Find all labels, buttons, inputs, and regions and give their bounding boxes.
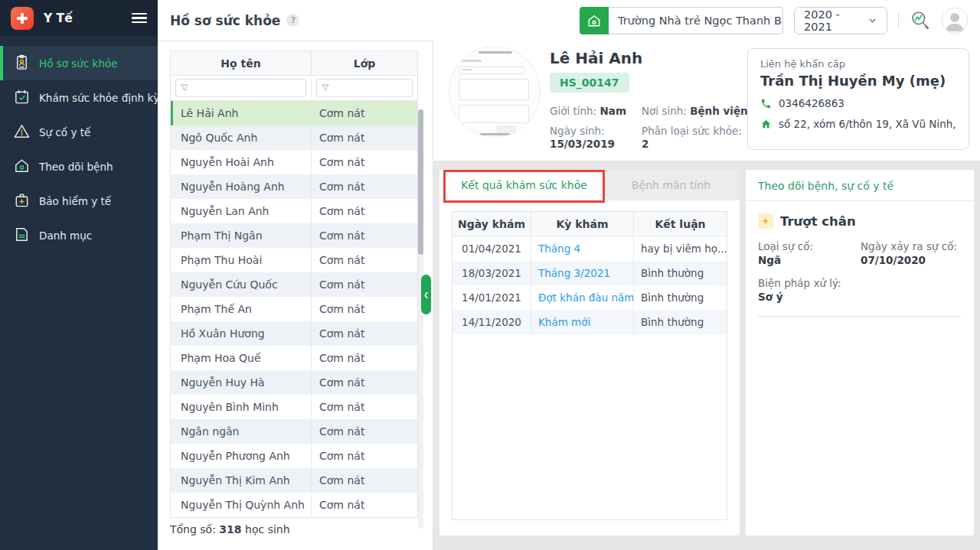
student-row[interactable]: Ngân ngân Cơm nát <box>171 419 417 444</box>
sidebar: Y Tế Hồ sơ sức khỏe <box>0 0 158 550</box>
address-home-icon <box>760 119 772 130</box>
exam-period-link[interactable]: Tháng 4 <box>531 236 634 261</box>
student-row[interactable]: Phạm Thị Ngân Cơm nát <box>171 223 417 248</box>
student-name-cell: Nguyễn Thị Quỳnh Anh <box>173 493 312 517</box>
contact-address-row: số 22, xóm 6/thôn 19, Xã Vũ Ninh, H... <box>760 118 956 130</box>
sidebar-item-periodic-checkup[interactable]: Khám sức khỏe định kỳ <box>0 80 158 115</box>
chevron-down-icon <box>867 15 877 26</box>
student-name-cell: Ngân ngân <box>173 419 312 444</box>
exam-results-card: Kết quả khám sức khỏe Bệnh mãn tính Ngày… <box>439 170 740 535</box>
tab-chronic-diseases[interactable]: Bệnh mãn tính <box>603 170 740 200</box>
incident-type: Loại sự cố:Ngã <box>758 240 861 267</box>
incident-details: Loại sự cố:Ngã Ngày xảy ra sự cố:07/10/2… <box>758 240 962 304</box>
column-header-exam-date[interactable]: Ngày khám <box>452 212 531 236</box>
contact-phone-row: 0346426863 <box>760 97 956 109</box>
student-name-cell: Phạm Hoa Quế <box>173 346 312 370</box>
class-filter-input[interactable] <box>316 79 413 97</box>
student-row[interactable]: Nguyễn Huy Hà Cơm nát <box>171 370 417 395</box>
sidebar-item-label: Khám sức khỏe định kỳ <box>39 92 159 104</box>
document-folder-icon <box>13 226 31 246</box>
student-row[interactable]: Nguyễn Cứu Quốc Cơm nát <box>171 272 417 297</box>
list-scrollbar-thumb[interactable] <box>418 109 423 255</box>
hamburger-menu-icon[interactable] <box>132 13 147 24</box>
student-row[interactable]: Nguyễn Lan Anh Cơm nát <box>171 199 417 223</box>
sidebar-nav: Hồ sơ sức khỏe Khám sức khỏe định kỳ <box>0 36 158 252</box>
sidebar-item-health-records[interactable]: Hồ sơ sức khỏe <box>0 46 158 80</box>
student-row[interactable]: Phạm Thu Hoài Cơm nát <box>171 248 417 272</box>
student-photo[interactable] <box>449 46 541 138</box>
column-header-conclusion[interactable]: Kết luận <box>634 212 727 236</box>
student-total-count: 318 <box>219 523 241 535</box>
incident-date: Ngày xảy ra sự cố:07/10/2020 <box>861 240 962 267</box>
student-row[interactable]: Nguyên Bình Minh Cơm nát <box>171 395 417 419</box>
exam-period-link[interactable]: Tháng 3/2021 <box>531 261 634 285</box>
student-row[interactable]: Ngô Quốc Anh Cơm nát <box>171 125 417 150</box>
calendar-check-icon <box>13 88 31 108</box>
student-class-cell: Cơm nát <box>312 419 417 444</box>
exam-table-body: 01/04/2021 Tháng 4 hay bị viêm họ... 18/… <box>452 236 727 334</box>
student-table-body: Lê Hải Anh Cơm nát Ngô Quốc Anh Cơm nát … <box>171 101 417 517</box>
student-detail: Lê Hải Anh HS_00147 Giới tính: Nam Nơi s… <box>433 41 980 550</box>
sidebar-item-label: Bảo hiểm y tế <box>39 195 111 207</box>
user-avatar[interactable] <box>942 8 968 34</box>
sidebar-item-medical-incidents[interactable]: Sự cố y tế <box>0 115 158 149</box>
stats-search-icon[interactable] <box>910 10 931 31</box>
student-name-cell: Nguyên Bình Minh <box>173 395 312 419</box>
collapse-panel-handle[interactable]: ❮ <box>421 275 431 314</box>
sidebar-item-categories[interactable]: Danh mục <box>0 218 158 252</box>
student-row[interactable]: Lê Hải Anh Cơm nát <box>171 101 417 125</box>
contact-heading: Liên hệ khẩn cấp <box>760 58 956 70</box>
exam-conclusion-cell: Bình thường <box>634 310 727 334</box>
school-year-value: 2020 - 2021 <box>804 8 867 33</box>
exam-date-cell: 14/11/2020 <box>452 310 531 334</box>
student-name-cell: Nguyễn Lan Anh <box>173 199 312 223</box>
student-class-cell: Cơm nát <box>312 346 417 370</box>
filter-funnel-icon <box>181 84 188 92</box>
help-icon[interactable]: ? <box>286 14 299 27</box>
student-name-cell: Phạm Thế An <box>173 297 312 321</box>
student-class-cell: Cơm nát <box>312 444 417 468</box>
column-header-exam-period[interactable]: Kỳ khám <box>531 212 634 236</box>
filter-funnel-icon <box>322 84 329 92</box>
student-row[interactable]: Nguyễn Hoài Anh Cơm nát <box>171 150 417 174</box>
student-row[interactable]: Hồ Xuân Hương Cơm nát <box>171 321 417 346</box>
exam-row: 14/01/2021 Đợt khán đàu năm Bình thường <box>452 285 727 310</box>
app-window: Y Tế Hồ sơ sức khỏe <box>0 0 980 550</box>
exam-period-link[interactable]: Đợt khán đàu năm <box>531 285 634 310</box>
list-scrollbar-track[interactable] <box>418 109 423 529</box>
clipboard-user-icon <box>13 54 31 73</box>
student-name-cell: Phạm Thị Ngân <box>173 223 312 248</box>
student-row[interactable]: Nguyễn Thị Quỳnh Anh Cơm nát <box>171 493 417 517</box>
sidebar-item-label: Danh mục <box>39 229 92 242</box>
student-class-cell: Cơm nát <box>312 493 417 517</box>
contact-phone[interactable]: 0346426863 <box>779 97 844 109</box>
student-name-cell: Lê Hải Anh <box>173 101 312 125</box>
name-filter-input[interactable] <box>175 79 306 97</box>
phone-icon <box>760 98 772 109</box>
student-name-cell: Nguyễn Thị Kim Anh <box>173 468 312 493</box>
student-name-cell: Nguyễn Huy Hà <box>173 370 312 395</box>
column-header-name[interactable]: Họ tên <box>171 51 312 75</box>
medical-kit-icon <box>13 191 31 211</box>
student-class-cell: Cơm nát <box>312 101 417 125</box>
tab-exam-results[interactable]: Kết quả khám sức khỏe <box>446 170 603 200</box>
student-table-header: Họ tên Lớp <box>171 51 417 76</box>
student-row[interactable]: Nguyễn Phương Anh Cơm nát <box>171 444 417 468</box>
student-row[interactable]: Nguyễn Thị Kim Anh Cơm nát <box>171 468 417 493</box>
lightning-bolt-icon <box>758 213 773 229</box>
student-row[interactable]: Phạm Hoa Quế Cơm nát <box>171 346 417 370</box>
exam-table-header: Ngày khám Kỳ khám Kết luận <box>452 212 727 236</box>
column-header-class[interactable]: Lớp <box>312 51 417 75</box>
topbar-divider <box>898 12 899 29</box>
sidebar-item-health-insurance[interactable]: Bảo hiểm y tế <box>0 184 158 218</box>
sidebar-item-label: Hồ sơ sức khỏe <box>39 57 118 70</box>
content: Họ tên Lớp <box>158 41 980 550</box>
incident-item[interactable]: Trượt chân Loại sự cố:Ngã Ngày xảy ra sự… <box>746 201 974 329</box>
school-year-dropdown[interactable]: 2020 - 2021 <box>794 7 887 34</box>
sidebar-item-disease-tracking[interactable]: Theo dõi bệnh <box>0 149 158 184</box>
exam-period-link[interactable]: Khám mới <box>531 310 634 334</box>
student-row[interactable]: Nguyễn Hoàng Anh Cơm nát <box>171 174 417 199</box>
student-row[interactable]: Phạm Thế An Cơm nát <box>171 297 417 321</box>
school-selector[interactable]: Trường Nhà trẻ Ngọc Thanh B <box>580 7 783 34</box>
exam-conclusion-cell: hay bị viêm họ... <box>634 236 727 261</box>
